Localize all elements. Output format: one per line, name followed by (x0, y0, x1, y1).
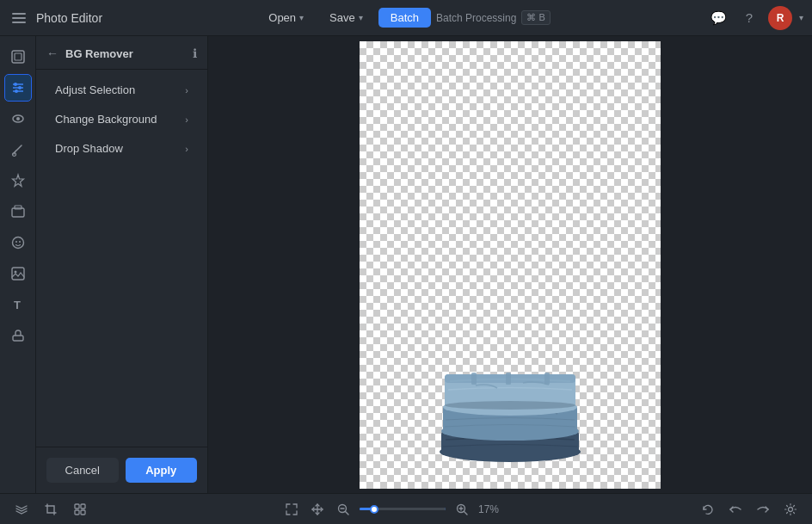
open-button[interactable]: Open ▾ (258, 8, 314, 28)
menu-item-change-background[interactable]: Change Background › (41, 105, 202, 133)
sidebar-icon-layers[interactable] (4, 43, 32, 71)
svg-rect-20 (13, 336, 23, 341)
svg-rect-0 (12, 51, 24, 63)
move-icon[interactable] (308, 500, 327, 519)
header-right: 💬 ? R ▾ (706, 6, 803, 30)
open-dropdown-arrow: ▾ (299, 13, 304, 22)
batch-button[interactable]: Batch (378, 8, 431, 28)
svg-point-9 (16, 117, 20, 120)
svg-point-5 (18, 86, 22, 89)
svg-point-43 (789, 507, 793, 511)
sidebar-icon-faces[interactable] (4, 229, 32, 256)
save-button[interactable]: Save ▾ (319, 8, 373, 28)
svg-point-3 (14, 83, 17, 86)
svg-point-14 (12, 237, 23, 249)
history-back-icon[interactable] (697, 498, 719, 521)
menu-item-drop-shadow[interactable]: Drop Shadow › (41, 134, 202, 163)
fit-screen-icon[interactable] (282, 500, 301, 519)
apply-button[interactable]: Apply (126, 458, 198, 483)
svg-point-31 (445, 401, 575, 410)
panel: ← BG Remover ℹ Adjust Selection › Change… (36, 36, 208, 493)
sidebar-icon-gallery[interactable] (4, 198, 32, 225)
info-icon[interactable]: ℹ (193, 46, 197, 60)
header-center: Open ▾ Save ▾ Batch Batch Processing ⌘ B (258, 8, 551, 28)
svg-marker-11 (12, 175, 23, 187)
svg-point-15 (15, 241, 17, 243)
bottom-center: 17% (100, 500, 688, 519)
svg-rect-34 (75, 510, 79, 515)
change-background-chevron: › (185, 114, 188, 125)
zoom-percentage: 17% (478, 503, 506, 515)
undo-icon[interactable] (724, 498, 747, 521)
zoom-out-button[interactable] (334, 500, 353, 519)
sidebar-icon-adjustments[interactable] (4, 74, 32, 102)
avatar-dropdown-arrow[interactable]: ▾ (799, 13, 803, 22)
avatar[interactable]: R (768, 6, 792, 30)
main: T ← BG Remover ℹ Adjust Selection › Chan… (0, 36, 812, 493)
sidebar-icon-export[interactable] (4, 260, 32, 287)
svg-rect-1 (15, 53, 22, 60)
menu-icon[interactable] (9, 9, 29, 27)
panel-header: ← BG Remover ℹ (36, 36, 207, 70)
svg-rect-32 (75, 504, 79, 509)
panel-title: BG Remover (65, 47, 186, 60)
zoom-in-button[interactable] (452, 500, 471, 519)
zoom-slider[interactable] (360, 508, 446, 510)
back-button[interactable]: ← (46, 46, 58, 60)
svg-point-18 (14, 271, 16, 274)
jeans-image (424, 312, 596, 463)
bottom-bar: 17% (0, 493, 812, 524)
svg-rect-17 (12, 268, 24, 280)
svg-point-7 (15, 89, 18, 93)
svg-point-16 (19, 241, 21, 243)
drop-shadow-chevron: › (185, 144, 188, 154)
svg-rect-29 (506, 373, 511, 385)
grid-bottom-icon[interactable] (69, 498, 91, 521)
panel-menu: Adjust Selection › Change Background › D… (36, 70, 207, 447)
svg-text:T: T (14, 299, 21, 311)
sidebar-icon-eye[interactable] (4, 105, 32, 133)
redo-icon[interactable] (752, 498, 774, 521)
header-left: Photo Editor (9, 9, 102, 27)
svg-rect-33 (81, 504, 85, 509)
bottom-left (10, 498, 91, 521)
shortcut-badge: ⌘ B (521, 10, 550, 25)
sidebar-icon-text[interactable]: T (4, 291, 32, 318)
canvas-area (208, 36, 812, 493)
adjust-selection-chevron: › (185, 85, 188, 96)
sidebar-icon-magic[interactable] (4, 167, 32, 194)
svg-line-42 (464, 511, 468, 515)
crop-bottom-icon[interactable] (40, 498, 62, 521)
svg-rect-28 (471, 373, 477, 385)
save-dropdown-arrow: ▾ (359, 13, 363, 22)
chat-icon[interactable]: 💬 (706, 6, 730, 30)
svg-line-38 (346, 511, 349, 515)
cancel-button[interactable]: Cancel (46, 458, 119, 483)
app-title: Photo Editor (36, 11, 102, 25)
bottom-right (697, 498, 802, 521)
canvas-wrapper (360, 41, 661, 489)
panel-actions: Cancel Apply (36, 447, 207, 493)
menu-item-adjust-selection[interactable]: Adjust Selection › (41, 76, 202, 104)
help-icon[interactable]: ? (737, 6, 761, 30)
sidebar-icon-brush[interactable] (4, 136, 32, 163)
icon-sidebar: T (0, 36, 36, 493)
batch-processing-label: Batch Processing ⌘ B (436, 10, 551, 25)
sidebar-icon-stamp[interactable] (4, 322, 32, 349)
settings-icon[interactable] (779, 498, 802, 521)
svg-rect-30 (544, 373, 550, 385)
header: Photo Editor Open ▾ Save ▾ Batch Batch P… (0, 0, 812, 36)
layers-bottom-icon[interactable] (10, 498, 33, 521)
svg-rect-35 (81, 510, 85, 515)
